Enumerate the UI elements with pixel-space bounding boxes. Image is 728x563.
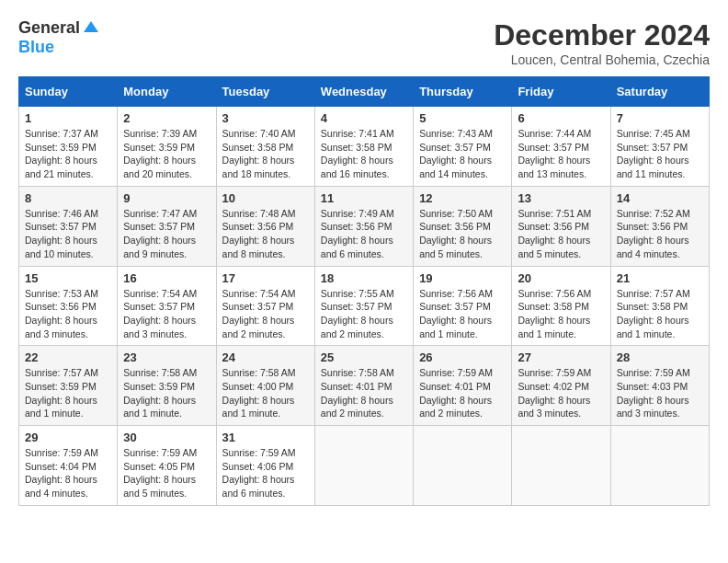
table-row: 20 Sunrise: 7:56 AMSunset: 3:58 PMDaylig… [512,266,610,346]
day-number: 31 [222,431,309,444]
column-header-wednesday: Wednesday [314,77,413,107]
day-info: Sunrise: 7:50 AMSunset: 3:56 PMDaylight:… [419,207,506,261]
table-row: 30 Sunrise: 7:59 AMSunset: 4:05 PMDaylig… [118,426,216,506]
day-number: 13 [518,191,604,205]
day-number: 27 [518,350,604,364]
day-number: 11 [321,191,407,205]
day-info: Sunrise: 7:58 AMSunset: 4:01 PMDaylight:… [321,366,407,420]
day-number: 30 [123,431,210,444]
day-number: 20 [518,271,604,285]
column-header-tuesday: Tuesday [216,77,314,107]
day-info: Sunrise: 7:41 AMSunset: 3:58 PMDaylight:… [321,127,407,181]
logo: General Blue [18,18,100,57]
day-number: 4 [321,111,407,125]
table-row [512,426,610,506]
day-number: 22 [25,350,111,364]
table-row: 23 Sunrise: 7:58 AMSunset: 3:59 PMDaylig… [118,346,216,426]
day-info: Sunrise: 7:59 AMSunset: 4:03 PMDaylight:… [617,366,703,420]
table-row: 29 Sunrise: 7:59 AMSunset: 4:04 PMDaylig… [19,426,118,506]
day-info: Sunrise: 7:57 AMSunset: 3:58 PMDaylight:… [617,287,703,341]
table-row: 1 Sunrise: 7:37 AMSunset: 3:59 PMDayligh… [19,107,118,187]
column-header-monday: Monday [118,77,216,107]
day-info: Sunrise: 7:59 AMSunset: 4:05 PMDaylight:… [123,446,210,500]
day-info: Sunrise: 7:37 AMSunset: 3:59 PMDaylight:… [25,127,111,181]
day-number: 5 [419,111,506,125]
day-number: 16 [123,271,210,285]
day-info: Sunrise: 7:51 AMSunset: 3:56 PMDaylight:… [518,207,604,261]
day-number: 18 [321,271,407,285]
day-number: 19 [419,271,506,285]
day-number: 9 [123,191,210,205]
day-info: Sunrise: 7:40 AMSunset: 3:58 PMDaylight:… [222,127,309,181]
table-row: 25 Sunrise: 7:58 AMSunset: 4:01 PMDaylig… [314,346,413,426]
day-info: Sunrise: 7:49 AMSunset: 3:56 PMDaylight:… [321,207,407,261]
day-number: 21 [617,271,703,285]
table-row: 28 Sunrise: 7:59 AMSunset: 4:03 PMDaylig… [610,346,709,426]
day-info: Sunrise: 7:44 AMSunset: 3:57 PMDaylight:… [518,127,604,181]
day-info: Sunrise: 7:56 AMSunset: 3:58 PMDaylight:… [518,287,604,341]
table-row: 12 Sunrise: 7:50 AMSunset: 3:56 PMDaylig… [414,186,512,266]
table-row: 2 Sunrise: 7:39 AMSunset: 3:59 PMDayligh… [118,107,216,187]
day-number: 25 [321,350,407,364]
calendar-table: SundayMondayTuesdayWednesdayThursdayFrid… [18,76,710,506]
table-row: 21 Sunrise: 7:57 AMSunset: 3:58 PMDaylig… [610,266,709,346]
calendar-header-row: SundayMondayTuesdayWednesdayThursdayFrid… [19,77,710,107]
day-number: 12 [419,191,506,205]
day-info: Sunrise: 7:43 AMSunset: 3:57 PMDaylight:… [419,127,506,181]
calendar-week-2: 8 Sunrise: 7:46 AMSunset: 3:57 PMDayligh… [19,186,710,266]
calendar-week-1: 1 Sunrise: 7:37 AMSunset: 3:59 PMDayligh… [19,107,710,187]
day-number: 8 [25,191,111,205]
day-number: 3 [222,111,309,125]
table-row: 16 Sunrise: 7:54 AMSunset: 3:57 PMDaylig… [118,266,216,346]
table-row: 5 Sunrise: 7:43 AMSunset: 3:57 PMDayligh… [414,107,512,187]
logo-blue-text: Blue [18,38,54,57]
column-header-thursday: Thursday [414,77,512,107]
column-header-sunday: Sunday [19,77,118,107]
calendar-week-4: 22 Sunrise: 7:57 AMSunset: 3:59 PMDaylig… [19,346,710,426]
day-number: 2 [123,111,210,125]
day-number: 14 [617,191,703,205]
logo-icon [82,19,100,38]
day-number: 17 [222,271,309,285]
day-number: 15 [25,271,111,285]
day-info: Sunrise: 7:58 AMSunset: 4:00 PMDaylight:… [222,366,309,420]
day-number: 6 [518,111,604,125]
day-info: Sunrise: 7:57 AMSunset: 3:59 PMDaylight:… [25,366,111,420]
day-info: Sunrise: 7:46 AMSunset: 3:57 PMDaylight:… [25,207,111,261]
day-number: 28 [617,350,703,364]
location-subtitle: Loucen, Central Bohemia, Czechia [494,52,710,67]
svg-marker-0 [84,21,98,32]
day-number: 10 [222,191,309,205]
calendar-week-5: 29 Sunrise: 7:59 AMSunset: 4:04 PMDaylig… [19,426,710,506]
table-row: 26 Sunrise: 7:59 AMSunset: 4:01 PMDaylig… [414,346,512,426]
table-row: 6 Sunrise: 7:44 AMSunset: 3:57 PMDayligh… [512,107,610,187]
table-row: 8 Sunrise: 7:46 AMSunset: 3:57 PMDayligh… [19,186,118,266]
table-row: 27 Sunrise: 7:59 AMSunset: 4:02 PMDaylig… [512,346,610,426]
day-info: Sunrise: 7:59 AMSunset: 4:01 PMDaylight:… [419,366,506,420]
table-row: 18 Sunrise: 7:55 AMSunset: 3:57 PMDaylig… [314,266,413,346]
table-row: 13 Sunrise: 7:51 AMSunset: 3:56 PMDaylig… [512,186,610,266]
table-row: 14 Sunrise: 7:52 AMSunset: 3:56 PMDaylig… [610,186,709,266]
day-number: 23 [123,350,210,364]
day-info: Sunrise: 7:54 AMSunset: 3:57 PMDaylight:… [123,287,210,341]
table-row: 19 Sunrise: 7:56 AMSunset: 3:57 PMDaylig… [414,266,512,346]
calendar-week-3: 15 Sunrise: 7:53 AMSunset: 3:56 PMDaylig… [19,266,710,346]
table-row [414,426,512,506]
day-info: Sunrise: 7:59 AMSunset: 4:02 PMDaylight:… [518,366,604,420]
month-title: December 2024 [494,18,710,52]
table-row [314,426,413,506]
table-row: 9 Sunrise: 7:47 AMSunset: 3:57 PMDayligh… [118,186,216,266]
table-row: 11 Sunrise: 7:49 AMSunset: 3:56 PMDaylig… [314,186,413,266]
day-info: Sunrise: 7:39 AMSunset: 3:59 PMDaylight:… [123,127,210,181]
column-header-friday: Friday [512,77,610,107]
day-info: Sunrise: 7:56 AMSunset: 3:57 PMDaylight:… [419,287,506,341]
day-info: Sunrise: 7:48 AMSunset: 3:56 PMDaylight:… [222,207,309,261]
table-row: 31 Sunrise: 7:59 AMSunset: 4:06 PMDaylig… [216,426,314,506]
page-header: General Blue December 2024 Loucen, Centr… [18,18,710,67]
day-info: Sunrise: 7:47 AMSunset: 3:57 PMDaylight:… [123,207,210,261]
table-row: 7 Sunrise: 7:45 AMSunset: 3:57 PMDayligh… [610,107,709,187]
table-row: 17 Sunrise: 7:54 AMSunset: 3:57 PMDaylig… [216,266,314,346]
table-row: 22 Sunrise: 7:57 AMSunset: 3:59 PMDaylig… [19,346,118,426]
day-number: 24 [222,350,309,364]
day-info: Sunrise: 7:54 AMSunset: 3:57 PMDaylight:… [222,287,309,341]
